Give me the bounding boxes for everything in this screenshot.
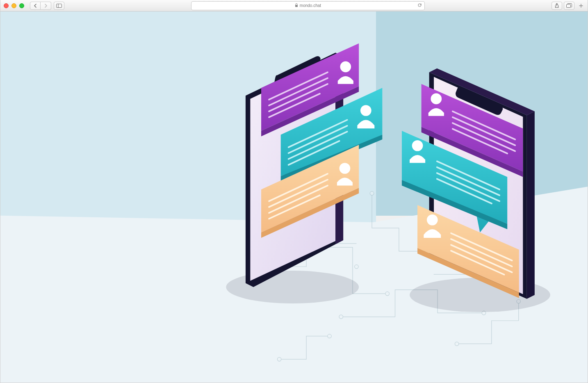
address-bar[interactable]: mondo.chat <box>191 1 425 10</box>
sidebar-toggle-icon <box>56 4 62 8</box>
refresh-icon <box>417 3 422 7</box>
share-icon <box>554 3 559 8</box>
chevron-right-icon <box>44 4 48 8</box>
sidebar-toggle-button[interactable] <box>54 2 64 10</box>
svg-point-22 <box>340 61 351 72</box>
maximize-window-button[interactable] <box>19 3 24 8</box>
isometric-phones-illustration <box>212 49 576 346</box>
share-button[interactable] <box>552 2 562 10</box>
nav-back-forward-group <box>30 2 51 10</box>
svg-point-27 <box>360 105 371 116</box>
svg-point-32 <box>339 163 350 174</box>
svg-point-12 <box>278 358 281 361</box>
svg-point-42 <box>412 140 423 151</box>
lock-icon <box>295 3 298 8</box>
svg-rect-0 <box>57 4 62 7</box>
forward-button[interactable] <box>41 2 51 10</box>
chevron-left-icon <box>34 4 37 8</box>
svg-point-47 <box>426 214 438 225</box>
browser-window: mondo.chat <box>0 0 588 383</box>
svg-point-37 <box>431 93 442 104</box>
close-window-button[interactable] <box>4 3 9 8</box>
tabs-icon <box>566 3 572 8</box>
tabs-button[interactable] <box>564 2 574 10</box>
svg-rect-3 <box>567 5 571 8</box>
toolbar-right-group <box>552 2 574 10</box>
svg-rect-2 <box>295 5 298 7</box>
new-tab-button[interactable] <box>578 2 584 10</box>
browser-toolbar: mondo.chat <box>0 0 588 11</box>
page-content <box>0 11 588 383</box>
back-button[interactable] <box>30 2 41 10</box>
window-controls <box>4 3 24 8</box>
minimize-window-button[interactable] <box>11 3 16 8</box>
url-text: mondo.chat <box>300 3 321 8</box>
plus-icon <box>579 4 583 8</box>
refresh-button[interactable] <box>417 3 422 8</box>
